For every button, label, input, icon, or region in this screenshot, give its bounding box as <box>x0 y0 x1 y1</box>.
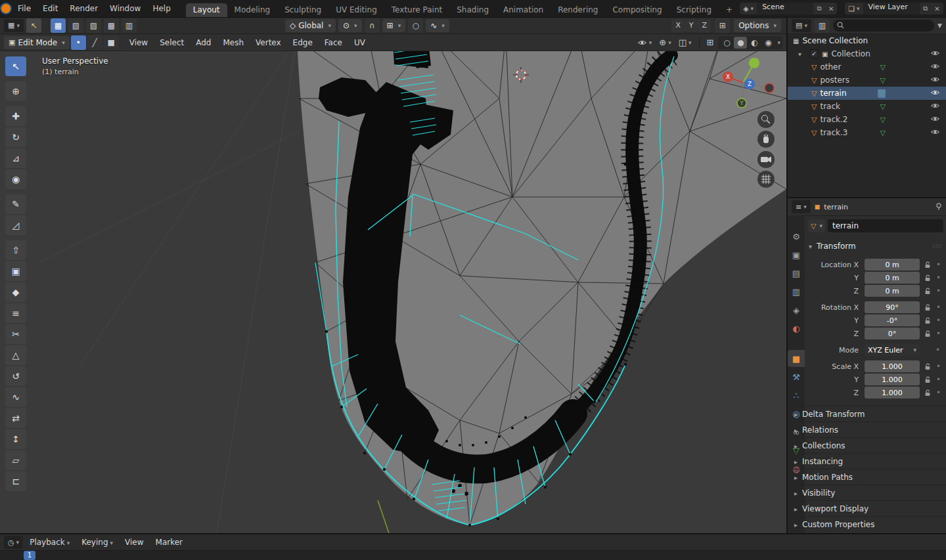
animate-dot-icon[interactable]: • <box>936 388 941 397</box>
menu-render[interactable]: Render <box>64 0 104 17</box>
new-scene-button[interactable]: ⧉ <box>813 3 825 14</box>
remove-view-layer-button[interactable]: ✕ <box>932 3 943 14</box>
gizmos-button[interactable]: ⊕▾ <box>656 36 673 49</box>
pin-icon[interactable] <box>935 203 942 211</box>
overlays-button[interactable]: ◫▾ <box>676 36 694 49</box>
timeline-ruler[interactable]: 20 40 60 80 100 120 140 160 180 200 220 … <box>0 550 946 560</box>
scale-z-field[interactable]: 1.000 <box>865 387 920 398</box>
tool-annotate[interactable]: ✎ <box>5 194 26 214</box>
timeline-editor-type-button[interactable]: ◷▾ <box>4 536 23 549</box>
hide-toggle-eye-icon[interactable] <box>930 62 940 72</box>
location-y-field[interactable]: 0 m <box>865 272 920 284</box>
properties-editor-type-button[interactable]: ≡▾ <box>792 200 811 213</box>
tool-transform[interactable]: ◉ <box>5 169 26 189</box>
menu-vertex[interactable]: Vertex <box>250 38 286 47</box>
section-motion-paths[interactable]: ▸Motion Paths <box>788 469 946 485</box>
rotation-x-field[interactable]: 90° <box>865 301 920 313</box>
snap-toggle-button[interactable]: ∩ <box>365 18 380 33</box>
select-mode-set[interactable]: ▦ <box>51 18 66 33</box>
tool-extrude-region[interactable]: ⇧ <box>5 240 26 260</box>
current-frame-marker[interactable]: 1 <box>24 551 35 560</box>
lock-icon[interactable] <box>924 376 931 383</box>
filter-icon[interactable]: ▼ <box>937 22 942 29</box>
menu-mesh[interactable]: Mesh <box>217 38 249 47</box>
new-view-layer-button[interactable]: ⧉ <box>920 3 932 14</box>
transform-orientation-dropdown[interactable]: ◇ Global ▾ <box>285 19 336 32</box>
workspace-tab-layout[interactable]: Layout <box>186 3 227 17</box>
scene-icon[interactable]: ◈▾ <box>740 3 757 14</box>
active-tool-icon[interactable]: ↖ <box>26 18 41 33</box>
zoom-button[interactable] <box>757 111 775 128</box>
object-name-field[interactable]: terrain <box>828 219 943 232</box>
tab-object[interactable]: ■ <box>788 350 805 367</box>
animate-dot-icon[interactable]: • <box>936 329 941 338</box>
animate-dot-icon[interactable]: • <box>935 345 940 355</box>
view-layer-name[interactable]: View Layer <box>863 3 920 14</box>
hide-toggle-eye-icon[interactable] <box>930 115 940 124</box>
hide-toggle-eye-icon[interactable] <box>930 49 940 58</box>
outliner-search-input[interactable] <box>833 20 934 32</box>
section-visibility[interactable]: ▸Visibility <box>788 485 946 501</box>
toggle-xray-button[interactable]: ⊞ <box>704 36 717 49</box>
tool-loop-cut[interactable]: ≡ <box>5 303 26 323</box>
shading-wireframe-button[interactable]: ○ <box>720 37 733 49</box>
object-visibility-button[interactable]: ▾ <box>635 36 655 49</box>
tool-shear[interactable]: ▱ <box>5 450 26 470</box>
viewport-canvas[interactable]: X Z Y <box>0 34 786 533</box>
animate-dot-icon[interactable]: • <box>936 362 941 371</box>
shading-material-button[interactable]: ◐ <box>748 37 761 49</box>
select-mode-invert[interactable]: ▩ <box>104 18 119 33</box>
tool-rotate[interactable]: ↻ <box>5 127 26 147</box>
menu-marker[interactable]: Marker <box>150 538 188 547</box>
snap-base-icon[interactable]: ⊞ <box>715 18 730 33</box>
tool-spin[interactable]: ↺ <box>5 366 26 386</box>
outliner-editor-type-button[interactable]: ▤▾ <box>792 19 811 32</box>
section-delta-transform[interactable]: ▸Delta Transform <box>788 406 946 422</box>
pivot-point-dropdown[interactable]: ⊙ ▾ <box>338 19 362 32</box>
outliner-row-track-3[interactable]: ▽ track.3 ▽ <box>788 126 946 139</box>
rotation-mode-dropdown[interactable]: XYZ Euler▾ <box>865 344 920 356</box>
lock-icon[interactable] <box>924 261 931 269</box>
hide-toggle-eye-icon[interactable] <box>930 128 940 137</box>
animate-dot-icon[interactable]: • <box>936 260 941 269</box>
outliner-row-terrain[interactable]: ▽ terrain ▽ <box>788 87 946 100</box>
scene-name[interactable]: Scene <box>757 3 813 14</box>
menu-keying[interactable]: Keying▾ <box>76 538 118 547</box>
tool-edge-slide[interactable]: ⇄ <box>5 408 26 428</box>
scale-y-field[interactable]: 1.000 <box>865 374 920 385</box>
menu-window[interactable]: Window <box>104 0 146 17</box>
workspace-tab-rendering[interactable]: Rendering <box>551 3 605 17</box>
tool-shrink-fatten[interactable]: ↕ <box>5 429 26 449</box>
face-select-button[interactable]: ■ <box>104 35 119 50</box>
mirror-z-button[interactable]: Z <box>698 19 711 32</box>
menu-help[interactable]: Help <box>146 0 176 17</box>
outliner-row-other[interactable]: ▽ other ▽ <box>788 60 946 74</box>
tool-measure[interactable]: ◿ <box>5 215 26 235</box>
outliner-row-posters[interactable]: ▽ posters ▽ <box>788 74 946 87</box>
hide-toggle-eye-icon[interactable] <box>930 102 940 111</box>
workspace-tab-animation[interactable]: Animation <box>496 3 551 17</box>
hide-toggle-eye-icon[interactable] <box>930 75 940 85</box>
tab-output[interactable]: ▤ <box>788 265 805 282</box>
menu-select[interactable]: Select <box>154 38 189 47</box>
view-layer-icon[interactable]: ❏▾ <box>845 3 863 14</box>
lock-icon[interactable] <box>924 317 931 324</box>
tool-scale[interactable]: ⊿ <box>5 148 26 168</box>
tool-inset-faces[interactable]: ▣ <box>5 261 26 281</box>
mode-selector[interactable]: ▣ Edit Mode ▾ <box>4 36 70 49</box>
tool-bevel[interactable]: ◆ <box>5 282 26 302</box>
tab-tool[interactable]: ⚙ <box>788 228 805 245</box>
workspace-tab-compositing[interactable]: Compositing <box>605 3 669 17</box>
section-instancing[interactable]: ▸Instancing <box>788 453 946 469</box>
location-x-field[interactable]: 0 m <box>865 259 920 270</box>
unlink-scene-button[interactable]: ✕ <box>825 3 837 14</box>
menu-view-timeline[interactable]: View <box>120 538 148 547</box>
lock-icon[interactable] <box>924 304 931 311</box>
tool-smooth[interactable]: ∿ <box>5 387 26 407</box>
disclosure-triangle-icon[interactable]: ▾ <box>798 51 806 58</box>
lock-icon[interactable] <box>924 330 931 337</box>
menu-playback[interactable]: Playback▾ <box>24 538 75 547</box>
menu-uv[interactable]: UV <box>349 38 371 47</box>
select-mode-subtract[interactable]: ▨ <box>86 18 101 33</box>
menu-edit[interactable]: Edit <box>37 0 64 17</box>
